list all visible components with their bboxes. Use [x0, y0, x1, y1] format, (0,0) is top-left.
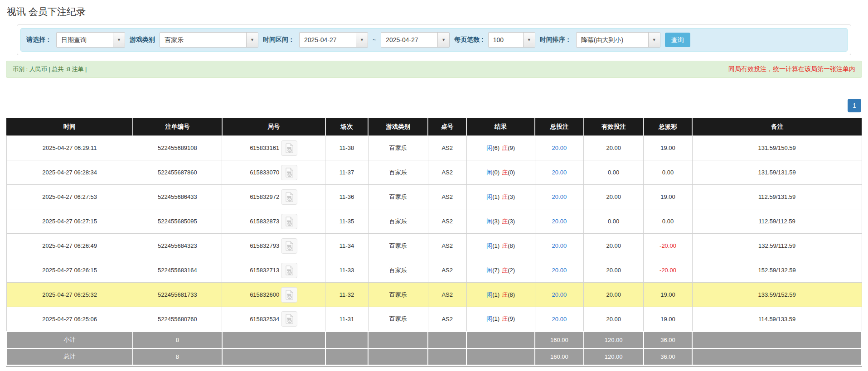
player-result: 闲 [486, 315, 492, 322]
cell-remark: 112.59/112.59 [692, 209, 862, 234]
cell-session: 11-35 [325, 209, 368, 234]
col-header-session: 场次 [325, 118, 368, 136]
video-replay-button[interactable] [281, 287, 297, 303]
cell-time: 2025-04-27 06:25:32 [6, 283, 133, 307]
cell-game-type: 百家乐 [368, 185, 428, 209]
chevron-down-icon[interactable]: ▼ [113, 33, 125, 47]
table-body: 2025-04-27 06:29:11 522455689108 6158331… [6, 136, 862, 332]
table-row: 2025-04-27 06:25:06 522455680760 6158325… [6, 307, 862, 332]
cell-round-id: 615832600 [222, 283, 325, 307]
banker-score: (3) [508, 218, 515, 225]
game-type-value: 百家乐 [160, 33, 246, 47]
sort-order-select[interactable]: 降冪(由大到小) ▼ [576, 32, 660, 48]
table-bottom-divider [6, 366, 862, 367]
query-type-select[interactable]: 日期查询 ▼ [56, 32, 125, 48]
video-file-icon [285, 241, 294, 251]
subtotal-count: 8 [133, 332, 222, 348]
grand-total-total-bet: 160.00 [535, 348, 584, 365]
chevron-down-icon[interactable]: ▼ [356, 33, 368, 47]
banker-score: (8) [508, 242, 515, 249]
chevron-down-icon[interactable]: ▼ [648, 33, 660, 47]
col-header-table-no: 桌号 [428, 118, 466, 136]
cell-round-id: 615833161 [222, 136, 325, 160]
player-result: 闲 [486, 145, 492, 151]
cell-total-bet: 20.00 [535, 234, 584, 258]
total-bet-link[interactable]: 20.00 [552, 242, 567, 249]
cell-round-id: 615832873 [222, 209, 325, 234]
date-from-value: 2025-04-27 [300, 33, 356, 47]
date-from-select[interactable]: 2025-04-27 ▼ [299, 32, 368, 48]
subtotal-payout: 36.00 [644, 332, 693, 348]
subtotal-label: 小计 [6, 332, 133, 348]
col-header-game-type: 游戏类别 [368, 118, 428, 136]
cell-time: 2025-04-27 06:26:15 [6, 258, 133, 283]
cell-bet-id: 522455680760 [133, 307, 222, 332]
cell-round-id: 615833070 [222, 160, 325, 185]
total-bet-link[interactable]: 20.00 [552, 218, 567, 225]
bet-records-table: 时间 注单编号 局号 场次 游戏类别 桌号 结果 总投注 有效投注 总派彩 备注… [6, 118, 862, 366]
player-result: 闲 [486, 169, 492, 176]
player-score: (7) [492, 267, 499, 274]
cell-game-type: 百家乐 [368, 283, 428, 307]
video-replay-button[interactable] [281, 165, 297, 180]
col-header-payout: 总派彩 [644, 118, 693, 136]
filter-panel: 请选择： 日期查询 ▼ 游戏类别 百家乐 ▼ 时间区间： 2025-04-27 … [17, 24, 851, 55]
date-to-select[interactable]: 2025-04-27 ▼ [381, 32, 450, 48]
cell-game-type: 百家乐 [368, 307, 428, 332]
cell-time: 2025-04-27 06:27:15 [6, 209, 133, 234]
cell-round-id: 615832534 [222, 307, 325, 332]
cell-time: 2025-04-27 06:26:49 [6, 234, 133, 258]
video-replay-button[interactable] [281, 238, 297, 254]
video-replay-button[interactable] [281, 263, 297, 278]
page-size-value: 100 [489, 33, 523, 47]
banker-score: (8) [508, 291, 515, 298]
video-replay-button[interactable] [281, 311, 297, 327]
video-replay-button[interactable] [281, 214, 297, 229]
banker-result: 庄 [502, 218, 508, 225]
col-header-bet-id: 注单编号 [133, 118, 222, 136]
query-type-value: 日期查询 [57, 33, 113, 47]
cell-round-id: 615832972 [222, 185, 325, 209]
cell-result: 闲(3)庄(3) [466, 209, 535, 234]
cell-time: 2025-04-27 06:28:34 [6, 160, 133, 185]
col-header-time: 时间 [6, 118, 133, 136]
banker-score: (9) [508, 315, 515, 322]
chevron-down-icon[interactable]: ▼ [437, 33, 449, 47]
cell-session: 11-36 [325, 185, 368, 209]
cell-bet-id: 522455686433 [133, 185, 222, 209]
cell-payout: 19.00 [644, 136, 693, 160]
cell-bet-id: 522455685095 [133, 209, 222, 234]
page-title: 视讯 会员下注纪录 [7, 5, 861, 18]
video-replay-button[interactable] [281, 189, 297, 205]
total-bet-link[interactable]: 20.00 [552, 316, 567, 323]
total-bet-link[interactable]: 20.00 [552, 291, 567, 298]
total-bet-link[interactable]: 20.00 [552, 267, 567, 274]
cell-session: 11-32 [325, 283, 368, 307]
cell-payout: 19.00 [644, 185, 693, 209]
total-bet-link[interactable]: 20.00 [552, 193, 567, 200]
cell-remark: 131.59/150.59 [692, 136, 862, 160]
total-bet-link[interactable]: 20.00 [552, 169, 567, 176]
cell-game-type: 百家乐 [368, 234, 428, 258]
cell-result: 闲(7)庄(2) [466, 258, 535, 283]
video-file-icon [285, 192, 294, 202]
cell-bet-id: 522455684323 [133, 234, 222, 258]
col-header-remark: 备注 [692, 118, 862, 136]
video-replay-button[interactable] [281, 140, 297, 156]
banker-score: (3) [508, 193, 515, 200]
cell-session: 11-38 [325, 136, 368, 160]
chevron-down-icon[interactable]: ▼ [523, 33, 535, 47]
cell-result: 闲(0)庄(0) [466, 160, 535, 185]
cell-time: 2025-04-27 06:27:53 [6, 185, 133, 209]
video-file-icon [285, 265, 294, 275]
cell-game-type: 百家乐 [368, 160, 428, 185]
date-to-value: 2025-04-27 [381, 33, 437, 47]
game-type-select[interactable]: 百家乐 ▼ [160, 32, 258, 48]
player-score: (3) [492, 218, 499, 225]
page-size-select[interactable]: 100 ▼ [488, 32, 535, 48]
chevron-down-icon[interactable]: ▼ [246, 33, 258, 47]
page-1-button[interactable]: 1 [848, 99, 861, 112]
total-bet-link[interactable]: 20.00 [552, 145, 567, 151]
search-button[interactable]: 查询 [665, 33, 690, 47]
cell-bet-id: 522455689108 [133, 136, 222, 160]
